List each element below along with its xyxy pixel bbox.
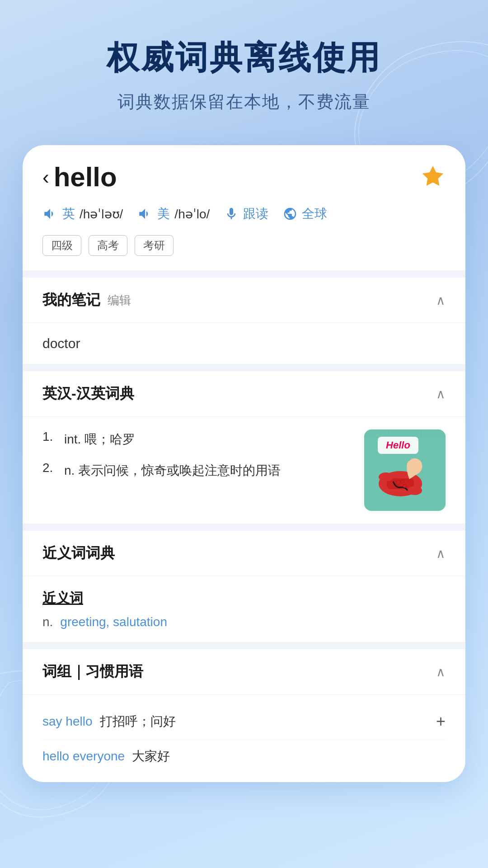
tags-row: 四级 高考 考研 (42, 235, 446, 256)
back-word-group: ‹ hello (42, 161, 117, 193)
entry-1-def: 喂；哈罗 (84, 432, 135, 446)
notes-section: 我的笔记 编辑 ∧ doctor (23, 278, 465, 364)
pronunciation-row: 英 /həˈləʊ/ 美 /həˈlo/ 跟读 (42, 205, 446, 222)
british-phonetic: /həˈləʊ/ (80, 207, 123, 222)
british-pron[interactable]: 英 /həˈləʊ/ (42, 205, 123, 222)
synonym-title: 近义词词典 (42, 543, 115, 563)
hero-subtitle: 词典数据保留在本地，不费流量 (27, 90, 461, 113)
phrase-meaning-1: 大家好 (132, 748, 170, 765)
phrase-word-0: say hello (42, 714, 93, 729)
word-header: ‹ hello 英 /həˈləʊ/ (23, 145, 465, 270)
british-label: 英 (62, 205, 75, 222)
hero-section: 权威词典离线使用 词典数据保留在本地，不费流量 (0, 0, 488, 132)
entry-1-pos: int. (64, 432, 81, 446)
dictionary-card: ‹ hello 英 /həˈləʊ/ (23, 145, 465, 782)
synonym-section: 近义词词典 ∧ 近义词 n. greeting, salutation (23, 531, 465, 642)
phrase-left-0: say hello 打招呼；问好 (42, 713, 176, 730)
entry-2-content: n. 表示问候，惊奇或唤起注意时的用语 (64, 461, 281, 481)
word-display: hello (54, 161, 117, 193)
phrase-item-1: hello everyone 大家好 (42, 740, 446, 773)
dictionary-section: 英汉-汉英词典 ∧ 1. int. 喂；哈罗 2. n. (23, 371, 465, 524)
svg-point-15 (379, 472, 393, 481)
word-title-row: ‹ hello (42, 161, 446, 193)
notes-header: 我的笔记 编辑 ∧ (23, 278, 465, 323)
american-pron[interactable]: 美 /həˈlo/ (137, 205, 210, 222)
phrase-meaning-0: 打招呼；问好 (100, 713, 176, 730)
synonym-collapse-button[interactable]: ∧ (436, 546, 446, 561)
american-phonetic: /həˈlo/ (174, 207, 210, 222)
synonym-words-row: n. greeting, salutation (42, 615, 446, 629)
phrase-header: 词组｜习惯用语 ∧ (23, 649, 465, 695)
star-filled-icon (420, 164, 446, 189)
synonym-word-list: greeting, salutation (60, 615, 167, 629)
entry-1: 1. int. 喂；哈罗 (42, 429, 353, 450)
phrase-body: say hello 打招呼；问好 + hello everyone 大家好 (23, 695, 465, 782)
entries-text: 1. int. 喂；哈罗 2. n. 表示问候，惊奇或唤起注意时的用语 (42, 429, 353, 511)
entry-2-pos: n. (64, 463, 75, 477)
follow-read-label: 跟读 (243, 205, 268, 222)
dict-title: 英汉-汉英词典 (42, 384, 134, 404)
hero-title: 权威词典离线使用 (27, 36, 461, 80)
svg-point-19 (403, 484, 407, 488)
phrase-left-1: hello everyone 大家好 (42, 748, 170, 765)
phrase-section: 词组｜习惯用语 ∧ say hello 打招呼；问好 + hello every… (23, 649, 465, 782)
phrase-item-0: say hello 打招呼；问好 + (42, 704, 446, 740)
microphone-icon (224, 207, 239, 221)
dict-collapse-button[interactable]: ∧ (436, 387, 446, 401)
tag-kaoyan: 考研 (135, 235, 174, 256)
global-icon (283, 207, 297, 221)
entry-2-def: 表示问候，惊奇或唤起注意时的用语 (78, 463, 281, 477)
entry-2-num: 2. (42, 461, 59, 481)
entry-1-num: 1. (42, 429, 59, 450)
notes-title: 我的笔记 (42, 290, 100, 310)
phrase-add-button-0[interactable]: + (436, 712, 446, 731)
global-label: 全球 (302, 205, 327, 222)
notes-edit-button[interactable]: 编辑 (108, 292, 131, 308)
svg-point-17 (396, 481, 400, 485)
dict-header: 英汉-汉英词典 ∧ (23, 371, 465, 417)
follow-read-button[interactable]: 跟读 (224, 205, 268, 222)
phrase-collapse-button[interactable]: ∧ (436, 665, 446, 679)
synonym-header: 近义词词典 ∧ (23, 531, 465, 576)
global-button[interactable]: 全球 (283, 205, 327, 222)
svg-point-16 (408, 486, 422, 495)
tag-gaokao: 高考 (89, 235, 127, 256)
tag-sijji: 四级 (42, 235, 81, 256)
hello-phone-svg: Hello (364, 429, 446, 511)
entry-2: 2. n. 表示问候，惊奇或唤起注意时的用语 (42, 461, 353, 481)
synonym-pos: n. (42, 615, 53, 629)
american-label: 美 (157, 205, 170, 222)
back-button[interactable]: ‹ (42, 167, 49, 187)
star-button[interactable] (420, 164, 446, 191)
speaker-british-icon (42, 206, 58, 222)
notes-collapse-button[interactable]: ∧ (436, 293, 446, 308)
phrase-title: 词组｜习惯用语 (42, 662, 143, 682)
phrase-word-1: hello everyone (42, 749, 125, 764)
synonym-body: 近义词 n. greeting, salutation (23, 576, 465, 642)
speaker-american-icon (137, 206, 153, 222)
entry-1-content: int. 喂；哈罗 (64, 429, 135, 450)
dictionary-image: Hello (364, 429, 446, 511)
note-content: doctor (42, 336, 80, 351)
dict-entries: 1. int. 喂；哈罗 2. n. 表示问候，惊奇或唤起注意时的用语 (23, 417, 465, 524)
notes-body: doctor (23, 323, 465, 364)
svg-text:Hello: Hello (386, 439, 410, 451)
synonym-subtitle: 近义词 (42, 589, 446, 608)
svg-point-18 (401, 480, 404, 483)
